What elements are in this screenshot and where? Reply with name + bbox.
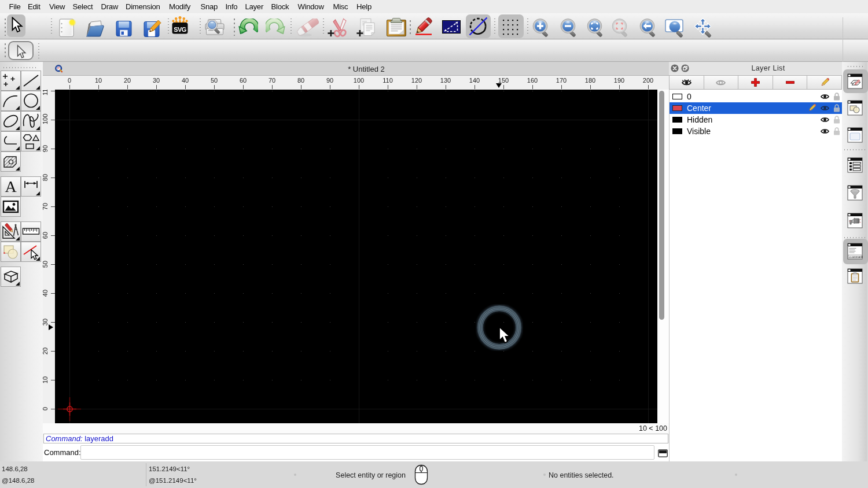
svg-text:c command: c command: [849, 256, 863, 258]
svg-text:SVG: SVG: [174, 26, 186, 33]
svg-text:A: A: [5, 178, 17, 195]
